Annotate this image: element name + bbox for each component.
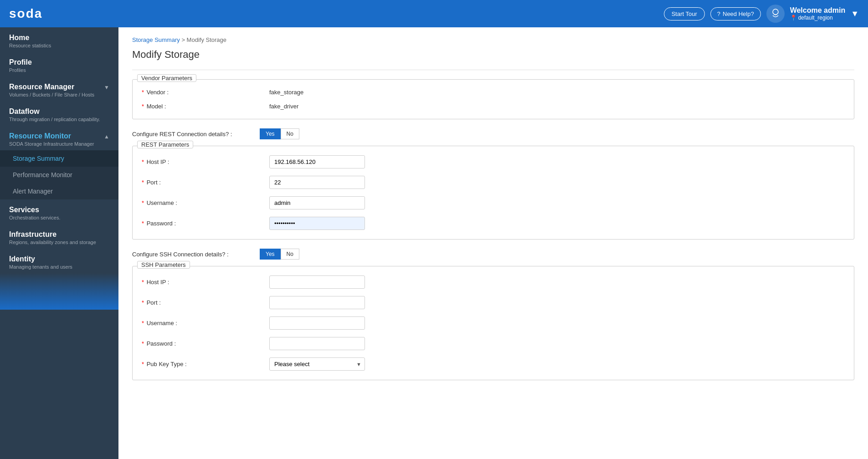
location-icon: 📍 <box>790 15 797 21</box>
sidebar-item-resource-manager[interactable]: Resource Manager Volumes / Buckets / Fil… <box>0 76 118 101</box>
pub-key-type-select[interactable]: Please select RSA DSA ECDSA Ed25519 <box>269 357 365 371</box>
rest-username-input[interactable] <box>269 196 365 209</box>
model-label: * Model : <box>142 103 269 110</box>
vendor-value: fake_storage <box>269 89 303 96</box>
rest-username-row: * Username : <box>142 196 845 209</box>
ssh-password-label: * Password : <box>142 340 269 347</box>
ssh-password-input[interactable] <box>269 337 365 350</box>
ssh-username-row: * Username : <box>142 316 845 330</box>
rest-host-ip-row: * Host IP : <box>142 155 845 168</box>
rest-parameters-section: REST Parameters * Host IP : * Port : * <box>132 146 854 240</box>
rest-toggle-group: Yes No <box>260 128 299 139</box>
ssh-host-ip-row: * Host IP : <box>142 275 845 289</box>
ssh-parameters-section: SSH Parameters * Host IP : * Port : * U <box>132 266 854 380</box>
vendor-section-title: Vendor Parameters <box>137 74 196 82</box>
username-label: Welcome admin <box>790 6 846 15</box>
resource-manager-arrow-icon: ▼ <box>104 84 109 91</box>
ssh-username-input[interactable] <box>269 316 365 330</box>
configure-rest-row: Configure REST Connection details? : Yes… <box>132 128 854 139</box>
ssh-port-input[interactable] <box>269 296 365 309</box>
need-help-button[interactable]: ? Need Help? <box>710 7 761 20</box>
rest-password-input[interactable] <box>269 217 365 230</box>
page-title: Modify Storage <box>132 49 854 61</box>
sidebar-item-dataflow[interactable]: Dataflow Through migration / replication… <box>0 101 118 126</box>
pub-key-type-wrapper: Please select RSA DSA ECDSA Ed25519 ▼ <box>269 357 365 371</box>
sidebar-item-performance-monitor[interactable]: Performance Monitor <box>0 167 118 183</box>
header-actions: Start Tour ? Need Help? Welcome admin 📍 … <box>664 5 859 23</box>
title-divider <box>132 70 854 70</box>
ssh-section-title: SSH Parameters <box>137 261 190 269</box>
rest-host-ip-label: * Host IP : <box>142 158 269 165</box>
vendor-label: * Vendor : <box>142 89 269 96</box>
rest-port-label: * Port : <box>142 179 269 186</box>
ssh-pub-key-label: * Pub Key Type : <box>142 361 269 367</box>
rest-port-row: * Port : <box>142 176 845 189</box>
resource-monitor-submenu: Storage Summary Performance Monitor Aler… <box>0 150 118 199</box>
ssh-username-label: * Username : <box>142 320 269 326</box>
rest-section-title: REST Parameters <box>137 141 193 148</box>
main-layout: Home Resource statistics Profile Profile… <box>0 27 868 459</box>
sidebar-item-resource-monitor[interactable]: Resource Monitor SODA Storage Infrastruc… <box>0 126 118 150</box>
sidebar-item-services[interactable]: Services Orchestration services. <box>0 199 118 224</box>
ssh-pub-key-row: * Pub Key Type : Please select RSA DSA E… <box>142 357 845 371</box>
start-tour-button[interactable]: Start Tour <box>664 7 705 20</box>
ssh-toggle-yes[interactable]: Yes <box>260 249 281 260</box>
sidebar-item-alert-manager[interactable]: Alert Manager <box>0 183 118 199</box>
breadcrumb-parent-link[interactable]: Storage Summary <box>132 36 180 43</box>
question-icon: ? <box>717 10 720 17</box>
resource-monitor-arrow-icon: ▲ <box>104 133 109 140</box>
ssh-password-row: * Password : <box>142 337 845 350</box>
model-row: * Model : fake_driver <box>142 103 845 110</box>
soda-foundation-icon <box>766 5 785 23</box>
configure-ssh-label: Configure SSH Connection details? : <box>132 251 260 258</box>
user-info: Welcome admin 📍 default_region <box>790 6 846 21</box>
vendor-row: * Vendor : fake_storage <box>142 89 845 96</box>
rest-port-input[interactable] <box>269 176 365 189</box>
rest-toggle-yes[interactable]: Yes <box>260 128 281 139</box>
breadcrumb: Storage Summary > Modify Storage <box>132 36 854 43</box>
rest-toggle-no[interactable]: No <box>281 128 299 139</box>
breadcrumb-separator: > <box>181 36 186 43</box>
configure-ssh-row: Configure SSH Connection details? : Yes … <box>132 249 854 260</box>
sidebar-item-identity[interactable]: Identity Managing tenants and users <box>0 249 118 273</box>
region-label: 📍 default_region <box>790 15 846 21</box>
sidebar-item-home[interactable]: Home Resource statistics <box>0 27 118 52</box>
sidebar-item-storage-summary[interactable]: Storage Summary <box>0 150 118 167</box>
model-value: fake_driver <box>269 103 298 110</box>
breadcrumb-current: Modify Storage <box>187 36 226 43</box>
sidebar: Home Resource statistics Profile Profile… <box>0 27 118 459</box>
rest-password-label: * Password : <box>142 220 269 227</box>
vendor-parameters-section: Vendor Parameters * Vendor : fake_storag… <box>132 79 854 119</box>
rest-host-ip-input[interactable] <box>269 155 365 168</box>
rest-username-label: * Username : <box>142 199 269 206</box>
ssh-host-ip-label: * Host IP : <box>142 279 269 286</box>
sidebar-item-profile[interactable]: Profile Profiles <box>0 52 118 76</box>
ssh-toggle-group: Yes No <box>260 249 299 260</box>
ssh-toggle-no[interactable]: No <box>281 249 299 260</box>
user-dropdown-icon[interactable]: ▼ <box>851 9 859 19</box>
logo: soda <box>9 6 42 21</box>
header: soda Start Tour ? Need Help? Welcome adm… <box>0 0 868 27</box>
ssh-port-row: * Port : <box>142 296 845 309</box>
main-content: Storage Summary > Modify Storage Modify … <box>118 27 868 459</box>
sidebar-item-infrastructure[interactable]: Infrastructure Regions, availability zon… <box>0 224 118 249</box>
sidebar-gradient <box>0 273 118 310</box>
configure-rest-label: Configure REST Connection details? : <box>132 131 260 138</box>
ssh-host-ip-input[interactable] <box>269 275 365 289</box>
rest-password-row: * Password : <box>142 217 845 230</box>
ssh-port-label: * Port : <box>142 299 269 306</box>
